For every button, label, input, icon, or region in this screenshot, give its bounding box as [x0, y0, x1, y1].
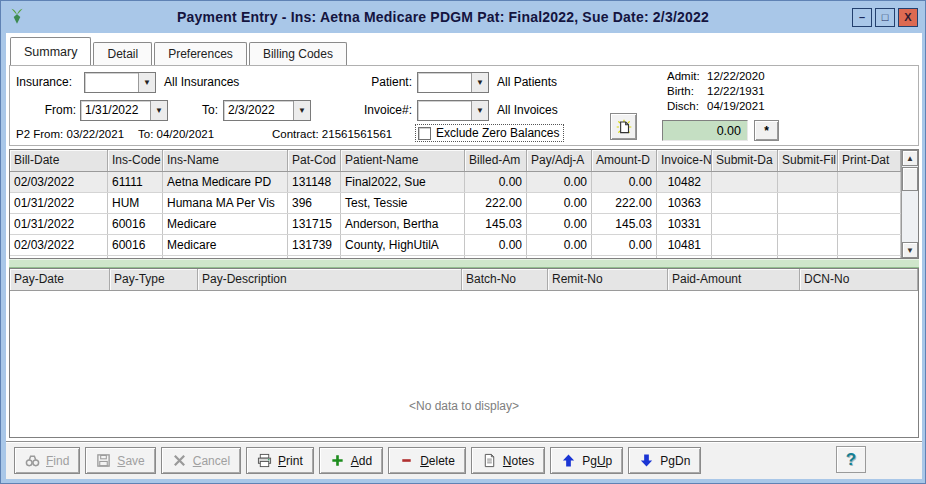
- new-document-button[interactable]: [610, 113, 637, 140]
- column-header-pay-adj-a[interactable]: Pay/Adj-A: [527, 150, 592, 171]
- column-header-submit-fil[interactable]: Submit-Fil: [778, 150, 838, 171]
- to-date-combobox[interactable]: 2/3/2022 ▼: [223, 100, 311, 121]
- column-header-remit-no[interactable]: Remit-No: [548, 269, 668, 290]
- column-header-dcn-no[interactable]: DCN-No: [800, 269, 918, 290]
- invoice-row[interactable]: 02/03/202260016Medicare496MCAid, Henry15…: [10, 256, 901, 258]
- cell: [838, 214, 901, 234]
- cell: 155.44: [592, 256, 657, 258]
- column-header-amount-d[interactable]: Amount-D: [592, 150, 657, 171]
- patient-combobox[interactable]: ▼: [417, 72, 489, 93]
- notes-icon: [482, 453, 497, 468]
- to-label: To:: [190, 103, 218, 117]
- tab-billing-codes[interactable]: Billing Codes: [249, 42, 347, 65]
- chevron-down-icon[interactable]: ▼: [150, 101, 167, 120]
- add-button[interactable]: Add: [319, 447, 383, 474]
- exclude-zero-balances-checkbox[interactable]: Exclude Zero Balances: [415, 124, 564, 142]
- button-label: Notes: [503, 454, 534, 468]
- cell: 145.03: [592, 214, 657, 234]
- titlebar[interactable]: Payment Entry - Ins: Aetna Medicare PDGM…: [1, 1, 925, 33]
- close-button[interactable]: X: [898, 8, 918, 27]
- cancel-button: Cancel: [161, 447, 241, 474]
- cell: 02/03/2022: [10, 256, 108, 258]
- cell: Final2022, Sue: [341, 172, 465, 192]
- tab-preferences[interactable]: Preferences: [154, 42, 247, 65]
- invoice-combobox[interactable]: ▼: [417, 100, 489, 121]
- chevron-down-icon[interactable]: ▼: [138, 73, 155, 92]
- scroll-down-icon[interactable]: ▼: [902, 242, 918, 258]
- patient-label: Patient:: [340, 75, 412, 89]
- checkbox-icon[interactable]: [418, 127, 431, 140]
- button-label: Cancel: [193, 454, 230, 468]
- column-header-pay-type[interactable]: Pay-Type: [110, 269, 198, 290]
- minimize-button[interactable]: –: [852, 8, 872, 27]
- column-header-print-dat[interactable]: Print-Dat: [838, 150, 901, 171]
- birth-value: 12/22/1931: [707, 85, 765, 97]
- column-header-ins-code[interactable]: Ins-Code: [108, 150, 163, 171]
- asterisk-button[interactable]: *: [754, 120, 779, 141]
- grid-splitter[interactable]: [9, 259, 919, 268]
- payment-entry-window: Payment Entry - Ins: Aetna Medicare PDGM…: [0, 0, 926, 484]
- column-header-ins-name[interactable]: Ins-Name: [163, 150, 288, 171]
- column-header-submit-da[interactable]: Submit-Da: [712, 150, 778, 171]
- scroll-up-icon[interactable]: ▲: [902, 150, 918, 166]
- pgdn-icon: [639, 453, 654, 468]
- invoice-row[interactable]: 02/03/202260016Medicare131739County, Hig…: [10, 235, 901, 256]
- cell: 10363: [657, 193, 712, 213]
- payments-grid: Pay-DatePay-TypePay-DescriptionBatch-NoR…: [9, 268, 919, 438]
- cell: [778, 235, 838, 255]
- column-header-paid-amount[interactable]: Paid-Amount: [668, 269, 800, 290]
- insurance-combobox[interactable]: ▼: [84, 72, 156, 93]
- button-label: Save: [117, 454, 144, 468]
- all-insurances-label: All Insurances: [164, 75, 239, 89]
- cell: [712, 214, 778, 234]
- insurance-value: [85, 73, 138, 92]
- cell: 222.00: [592, 193, 657, 213]
- column-header-invoice-n[interactable]: Invoice-N: [657, 150, 712, 171]
- cell: [838, 235, 901, 255]
- amount-field[interactable]: 0.00: [662, 120, 748, 141]
- cell: 60016: [108, 235, 163, 255]
- column-header-pat-cod[interactable]: Pat-Cod: [288, 150, 341, 171]
- cell: [778, 172, 838, 192]
- invoice-row[interactable]: 02/03/202261111Aetna Medicare PD131148Fi…: [10, 172, 901, 193]
- cell: 145.03: [465, 214, 527, 234]
- pgup-button[interactable]: PgUp: [550, 447, 623, 474]
- chevron-down-icon[interactable]: ▼: [293, 101, 310, 120]
- cell: [838, 193, 901, 213]
- help-button[interactable]: ?: [836, 446, 866, 473]
- notes-button[interactable]: Notes: [471, 447, 545, 474]
- cell: 0.00: [527, 256, 592, 258]
- print-button[interactable]: Print: [246, 447, 314, 474]
- column-header-batch-no[interactable]: Batch-No: [462, 269, 548, 290]
- delete-button[interactable]: Delete: [388, 447, 466, 474]
- cell: Anderson, Bertha: [341, 214, 465, 234]
- cell: 0.00: [527, 214, 592, 234]
- column-header-pay-description[interactable]: Pay-Description: [198, 269, 462, 290]
- admit-label: Admit:: [667, 69, 707, 84]
- scrollbar-thumb[interactable]: [902, 167, 918, 191]
- column-header-pay-date[interactable]: Pay-Date: [10, 269, 110, 290]
- invoice-grid: Bill-DateIns-CodeIns-NamePat-CodPatient-…: [9, 149, 919, 259]
- invoice-row[interactable]: 01/31/202260016Medicare131715Anderson, B…: [10, 214, 901, 235]
- no-data-message: <No data to display>: [10, 399, 918, 413]
- chevron-down-icon[interactable]: ▼: [471, 73, 488, 92]
- chevron-down-icon[interactable]: ▼: [471, 101, 488, 120]
- cell: 0.00: [527, 172, 592, 192]
- cell: Medicare: [163, 256, 288, 258]
- cell: 0.00: [527, 235, 592, 255]
- vertical-scrollbar[interactable]: ▲ ▼: [901, 150, 918, 258]
- cell: [838, 256, 901, 258]
- pgdn-button[interactable]: PgDn: [628, 447, 701, 474]
- from-date-combobox[interactable]: 1/31/2022 ▼: [80, 100, 168, 121]
- tab-bar: SummaryDetailPreferencesBilling Codes: [10, 35, 920, 65]
- cell: [778, 193, 838, 213]
- cell: Medicare: [163, 235, 288, 255]
- tab-summary[interactable]: Summary: [10, 37, 91, 65]
- column-header-billed-am[interactable]: Billed-Am: [465, 150, 527, 171]
- cell: 131715: [288, 214, 341, 234]
- maximize-button[interactable]: □: [875, 8, 895, 27]
- invoice-row[interactable]: 01/31/2022HUMHumana MA Per Vis396Test, T…: [10, 193, 901, 214]
- column-header-patient-name[interactable]: Patient-Name: [341, 150, 465, 171]
- tab-detail[interactable]: Detail: [93, 42, 152, 65]
- column-header-bill-date[interactable]: Bill-Date: [10, 150, 108, 171]
